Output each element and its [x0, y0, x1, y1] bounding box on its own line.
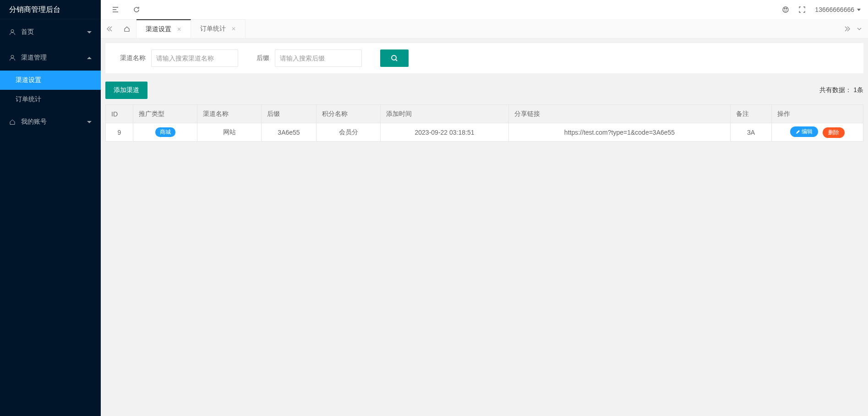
- tab-channel-settings[interactable]: 渠道设置 ✕: [136, 19, 191, 38]
- theme-button[interactable]: [782, 6, 789, 13]
- th-id: ID: [106, 105, 133, 123]
- svg-point-6: [784, 8, 785, 9]
- table-row: 9 商城 网站 3A6e55 会员分 2023-09-22 03:18:51 h…: [106, 123, 863, 142]
- pencil-icon: [796, 130, 800, 134]
- cell-channel-name: 网站: [197, 123, 262, 142]
- cell-remark: 3A: [731, 123, 772, 142]
- sidebar-item-order-stats[interactable]: 订单统计: [0, 90, 101, 109]
- chevron-down-icon: [87, 121, 92, 123]
- user-phone: 13666666666: [815, 6, 854, 13]
- label-channel-name: 渠道名称: [120, 54, 146, 62]
- cell-promo-type: 商城: [133, 123, 197, 142]
- cell-points-name: 会员分: [317, 123, 381, 142]
- data-table: ID 推广类型 渠道名称 后缀 积分名称 添加时间 分享链接 备注 操作: [105, 104, 863, 142]
- home-icon: [9, 119, 16, 125]
- app-logo: 分销商管理后台: [0, 0, 101, 19]
- th-add-time: 添加时间: [381, 105, 509, 123]
- cell-action: 编辑 删除: [772, 123, 863, 142]
- add-channel-button[interactable]: 添加渠道: [105, 82, 147, 99]
- sidebar-item-home[interactable]: 首页: [0, 19, 101, 45]
- svg-point-1: [11, 55, 14, 58]
- th-points-name: 积分名称: [317, 105, 381, 123]
- home-icon: [124, 26, 130, 32]
- tab-close-button[interactable]: ✕: [231, 26, 236, 32]
- chevron-up-icon: [87, 57, 92, 59]
- tab-scroll-right-button[interactable]: [843, 19, 852, 38]
- sidebar-item-label: 我的账号: [21, 118, 47, 126]
- chevron-down-icon: [857, 9, 861, 11]
- collapse-sidebar-button[interactable]: [108, 2, 123, 17]
- tab-more-button[interactable]: [855, 19, 863, 38]
- fullscreen-button[interactable]: [798, 6, 806, 13]
- svg-point-8: [392, 55, 396, 60]
- svg-point-7: [786, 8, 787, 9]
- tab-label: 订单统计: [200, 25, 226, 33]
- th-promo-type: 推广类型: [133, 105, 197, 123]
- tag-promo-type: 商城: [155, 127, 175, 137]
- toolbar: 添加渠道 共有数据： 1条: [105, 76, 863, 104]
- sidebar: 分销商管理后台 首页 渠道管理 渠道设置 订单统计: [0, 0, 101, 416]
- user-icon: [9, 55, 16, 61]
- search-icon: [391, 55, 398, 62]
- tab-order-stats[interactable]: 订单统计 ✕: [191, 19, 246, 38]
- sidebar-item-label: 订单统计: [16, 95, 41, 104]
- th-suffix: 后缀: [262, 105, 317, 123]
- edit-label: 编辑: [802, 128, 813, 136]
- edit-button[interactable]: 编辑: [790, 126, 818, 137]
- label-suffix: 后缀: [257, 54, 269, 62]
- cell-share-link: https://test.com?type=1&code=3A6e55: [509, 123, 731, 142]
- tabs-bar: 渠道设置 ✕ 订单统计 ✕: [101, 19, 868, 38]
- sidebar-item-label: 渠道管理: [21, 54, 47, 62]
- svg-point-5: [783, 7, 788, 12]
- sidebar-item-channel-mgmt[interactable]: 渠道管理: [0, 45, 101, 71]
- sidebar-item-label: 渠道设置: [16, 76, 41, 84]
- svg-line-9: [396, 60, 397, 61]
- chevron-down-icon: [87, 31, 92, 33]
- sidebar-item-my-account[interactable]: 我的账号: [0, 109, 101, 135]
- cell-suffix: 3A6e55: [262, 123, 317, 142]
- sidebar-item-channel-settings[interactable]: 渠道设置: [0, 71, 101, 90]
- tab-label: 渠道设置: [146, 25, 171, 33]
- submenu-channel: 渠道设置 订单统计: [0, 71, 101, 109]
- th-action: 操作: [772, 105, 863, 123]
- header: 13666666666: [101, 0, 868, 19]
- delete-button[interactable]: 删除: [823, 127, 845, 138]
- search-button[interactable]: [380, 49, 409, 67]
- search-channel-name-input[interactable]: [151, 49, 238, 67]
- th-remark: 备注: [731, 105, 772, 123]
- tab-home[interactable]: [117, 19, 136, 38]
- refresh-button[interactable]: [129, 2, 144, 17]
- th-channel-name: 渠道名称: [197, 105, 262, 123]
- user-icon: [9, 29, 16, 35]
- th-share-link: 分享链接: [509, 105, 731, 123]
- cell-id: 9: [106, 123, 133, 142]
- search-suffix-input[interactable]: [275, 49, 362, 67]
- tab-scroll-left-button[interactable]: [105, 19, 114, 38]
- data-count-value: 1条: [853, 86, 863, 93]
- svg-point-0: [11, 30, 14, 33]
- data-count-label: 共有数据：: [819, 86, 852, 93]
- search-panel: 渠道名称 后缀: [105, 43, 863, 73]
- user-menu-button[interactable]: 13666666666: [815, 6, 861, 13]
- tab-close-button[interactable]: ✕: [177, 26, 181, 33]
- sidebar-item-label: 首页: [21, 28, 34, 36]
- cell-add-time: 2023-09-22 03:18:51: [381, 123, 509, 142]
- data-count: 共有数据： 1条: [819, 86, 863, 94]
